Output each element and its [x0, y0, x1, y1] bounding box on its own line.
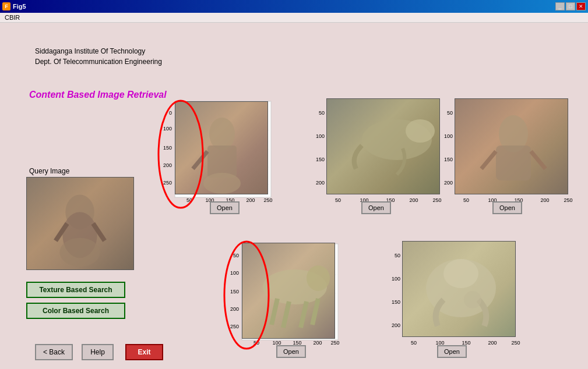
- institute-info: Siddaganga Institute Of Technology Dept.…: [35, 46, 162, 67]
- menu-item-cbir[interactable]: CBIR: [5, 14, 20, 21]
- chart-5-axes: 50 100 150 200 50 100 150 200 250: [388, 241, 527, 352]
- svg-text:100: 100: [392, 276, 400, 282]
- back-button[interactable]: < Back: [35, 344, 73, 360]
- svg-text:50: 50: [463, 197, 469, 203]
- svg-text:50: 50: [395, 253, 400, 258]
- svg-text:0: 0: [169, 110, 172, 116]
- query-image-content: [27, 178, 133, 269]
- open-button-4[interactable]: Open: [276, 345, 306, 358]
- svg-text:50: 50: [411, 340, 417, 346]
- color-search-button[interactable]: Color Based Search: [26, 303, 125, 319]
- svg-text:200: 200: [488, 340, 497, 346]
- query-label: Query Image: [29, 167, 69, 175]
- svg-text:200: 200: [163, 162, 172, 168]
- svg-text:200: 200: [316, 180, 325, 186]
- open-button-3[interactable]: Open: [492, 201, 522, 214]
- open-button-2[interactable]: Open: [361, 201, 391, 214]
- exit-button[interactable]: Exit: [125, 344, 163, 360]
- open-button-1[interactable]: Open: [210, 201, 240, 214]
- svg-text:50: 50: [233, 253, 239, 258]
- svg-text:200: 200: [409, 197, 418, 203]
- svg-line-65: [272, 299, 277, 325]
- window-icon: F: [2, 2, 10, 10]
- dept-name: Dept. Of Telecommunication Engineering: [35, 56, 162, 67]
- svg-text:250: 250: [263, 197, 272, 203]
- query-image: [26, 177, 134, 270]
- svg-text:200: 200: [444, 180, 453, 186]
- svg-text:100: 100: [230, 270, 239, 276]
- svg-line-22: [193, 151, 207, 169]
- page-title: Content Based Image Retrieval: [29, 90, 167, 100]
- query-image-svg: [27, 177, 133, 270]
- result-image-1: [175, 101, 268, 194]
- svg-text:200: 200: [246, 197, 255, 203]
- minimize-button[interactable]: _: [555, 2, 565, 10]
- svg-text:50: 50: [335, 197, 341, 203]
- svg-text:150: 150: [163, 145, 172, 151]
- svg-text:200: 200: [392, 322, 400, 328]
- svg-text:50: 50: [447, 110, 453, 116]
- texture-search-button[interactable]: Texture Based Search: [26, 282, 125, 298]
- svg-text:100: 100: [163, 126, 172, 132]
- svg-text:100: 100: [316, 133, 325, 139]
- result-image-1-svg: [175, 102, 268, 194]
- svg-text:150: 150: [230, 289, 239, 295]
- svg-text:250: 250: [330, 340, 339, 346]
- svg-text:250: 250: [163, 180, 172, 186]
- svg-point-64: [307, 265, 330, 291]
- svg-text:150: 150: [444, 157, 453, 162]
- maximize-button[interactable]: □: [566, 2, 575, 10]
- result-image-4-svg: [242, 243, 335, 339]
- svg-text:100: 100: [444, 133, 453, 139]
- window-controls: _ □ ✕: [555, 2, 586, 10]
- window-title: Fig5: [13, 3, 26, 10]
- chart-3-axes: 50 100 150 200 50 100 150 200 250: [440, 98, 580, 209]
- svg-text:150: 150: [316, 157, 325, 162]
- svg-text:200: 200: [230, 306, 239, 312]
- institute-name: Siddaganga Institute Of Technology: [35, 46, 162, 56]
- close-button[interactable]: ✕: [576, 2, 586, 10]
- chart-2-axes: 50 100 150 200 50 100 150 200 250: [312, 98, 446, 209]
- result-image-4: [242, 243, 335, 339]
- svg-text:50: 50: [253, 340, 259, 346]
- help-button[interactable]: Help: [82, 344, 114, 360]
- svg-text:50: 50: [319, 110, 325, 116]
- svg-text:200: 200: [313, 340, 322, 346]
- svg-rect-21: [207, 146, 237, 178]
- svg-text:50: 50: [186, 197, 192, 203]
- svg-point-4: [59, 238, 100, 267]
- svg-line-68: [312, 299, 318, 325]
- main-window: Siddaganga Institute Of Technology Dept.…: [0, 23, 588, 369]
- svg-line-67: [301, 301, 307, 328]
- svg-text:250: 250: [564, 197, 572, 203]
- open-button-5[interactable]: Open: [437, 345, 467, 358]
- svg-point-23: [203, 173, 241, 194]
- svg-text:200: 200: [540, 197, 549, 203]
- svg-text:250: 250: [511, 340, 520, 346]
- svg-line-66: [283, 301, 289, 328]
- svg-text:150: 150: [392, 299, 400, 305]
- title-bar: F Fig5 _ □ ✕: [0, 0, 588, 13]
- svg-point-20: [209, 118, 235, 150]
- menu-bar: CBIR: [0, 13, 588, 23]
- svg-text:250: 250: [230, 324, 239, 329]
